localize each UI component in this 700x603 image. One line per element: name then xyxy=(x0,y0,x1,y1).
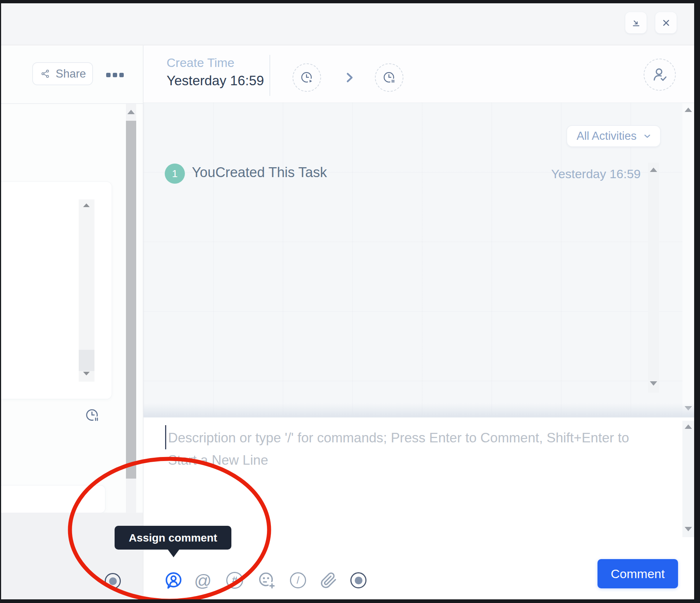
activity-user: You xyxy=(192,165,215,180)
screen-edge xyxy=(0,0,1,603)
share-icon xyxy=(40,69,50,79)
outer-scrollbar-up-arrow[interactable] xyxy=(685,108,692,112)
card-scrollbar-thumb[interactable] xyxy=(79,350,94,371)
activity-action: Created This Task xyxy=(215,165,327,180)
clock-pause-icon xyxy=(85,408,100,423)
activity-feed xyxy=(144,102,694,417)
person-check-icon xyxy=(651,66,668,83)
comment-scrollbar-up-arrow[interactable] xyxy=(685,424,692,429)
activity-badge: 1 xyxy=(165,164,185,184)
assign-comment-button[interactable] xyxy=(163,570,184,591)
text-cursor xyxy=(165,425,166,449)
activity-timestamp: Yesterday 16:59 xyxy=(531,167,641,181)
create-time-value: Yesterday 16:59 xyxy=(167,73,264,89)
assignee-button[interactable] xyxy=(644,59,676,91)
clock-pause-icon xyxy=(382,71,396,85)
left-detail-card xyxy=(1,182,112,399)
comment-placeholder: Description or type '/' for commands; Pr… xyxy=(168,430,629,468)
slash-command-button[interactable]: / xyxy=(289,571,307,589)
header-divider xyxy=(269,55,270,96)
stop-timer-button[interactable] xyxy=(375,63,403,92)
dock-window-button[interactable] xyxy=(625,12,647,33)
left-row-card xyxy=(1,486,105,513)
activity-scrollbar-up-arrow[interactable] xyxy=(650,168,657,172)
share-button[interactable]: Share xyxy=(32,62,93,85)
task-detail-modal: Share Create Time Yesterday 16:59 xyxy=(0,0,700,603)
tooltip: Assign comment xyxy=(115,526,231,550)
card-scrollbar-down-arrow[interactable] xyxy=(83,372,90,375)
record-clip-button[interactable] xyxy=(350,572,366,588)
record-clip-button-left[interactable] xyxy=(105,573,121,589)
time-tracked-button[interactable] xyxy=(84,407,100,423)
create-time-label: Create Time xyxy=(167,56,234,70)
outer-scrollbar-track[interactable] xyxy=(682,103,694,417)
screen-edge xyxy=(0,0,700,3)
tag-icon: # xyxy=(226,572,243,589)
comment-input[interactable]: Description or type '/' for commands; Pr… xyxy=(168,427,651,471)
left-panel-divider xyxy=(0,103,143,104)
mention-icon: @ xyxy=(194,572,212,589)
activity-scrollbar-track[interactable] xyxy=(648,163,659,393)
start-timer-button[interactable] xyxy=(293,63,321,92)
dock-icon xyxy=(631,18,641,28)
activity-scrollbar-down-arrow[interactable] xyxy=(650,381,657,386)
tooltip-text: Assign comment xyxy=(129,532,217,544)
chevron-down-icon xyxy=(643,131,652,141)
assign-comment-icon xyxy=(164,571,183,590)
ellipsis-icon xyxy=(106,73,111,77)
activity-filter-dropdown[interactable]: All Activities xyxy=(566,125,661,147)
emoji-button[interactable] xyxy=(256,570,277,591)
screen-edge xyxy=(0,599,700,603)
record-icon xyxy=(105,573,121,589)
tooltip-pointer xyxy=(167,549,180,557)
emoji-add-icon xyxy=(257,571,276,590)
card-scrollbar-up-arrow[interactable] xyxy=(83,203,90,207)
activity-filter-label: All Activities xyxy=(577,130,637,143)
clock-play-icon xyxy=(300,71,314,85)
close-button[interactable] xyxy=(655,12,677,33)
mention-button[interactable]: @ xyxy=(193,570,213,591)
comment-submit-button[interactable]: Comment xyxy=(597,559,678,588)
record-icon xyxy=(350,572,366,588)
screen-edge xyxy=(694,0,700,603)
close-icon xyxy=(661,18,671,28)
arrow-right-icon xyxy=(343,71,356,84)
more-options-button[interactable] xyxy=(104,70,126,80)
activity-text: YouCreated This Task xyxy=(192,165,327,180)
share-label: Share xyxy=(56,67,86,80)
tag-button[interactable]: # xyxy=(225,571,244,590)
attachment-button[interactable] xyxy=(318,570,339,591)
left-scrollbar-thumb[interactable] xyxy=(126,121,136,479)
comment-scrollbar-down-arrow[interactable] xyxy=(685,527,692,531)
left-scrollbar-up-arrow[interactable] xyxy=(127,110,135,114)
window-titlebar xyxy=(0,3,700,45)
comment-top-shadow xyxy=(144,403,694,417)
comment-scrollbar-track[interactable] xyxy=(682,421,694,537)
slash-command-icon: / xyxy=(290,572,306,588)
paperclip-icon xyxy=(319,571,338,589)
